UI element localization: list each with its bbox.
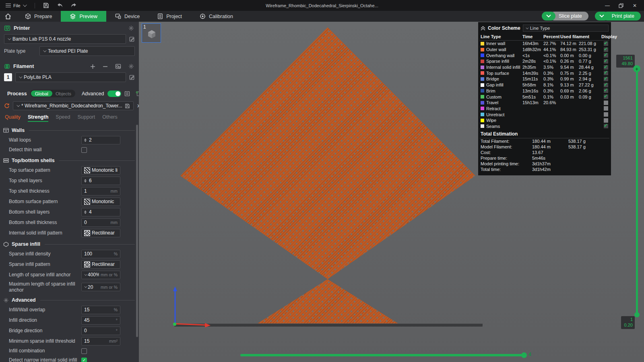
- internal-solid-infill-pattern-input[interactable]: Rectilinear: [81, 229, 120, 237]
- collapse-panel-icon[interactable]: [481, 26, 485, 31]
- reset-preset-button[interactable]: [4, 103, 10, 109]
- maximize-button[interactable]: [615, 1, 627, 10]
- tab-project[interactable]: Project: [149, 11, 191, 22]
- display-toggle-custom[interactable]: [604, 95, 608, 99]
- edit-printer-button[interactable]: [129, 36, 135, 42]
- close-button[interactable]: ✕: [629, 1, 641, 10]
- display-toggle-internal-solid-infill[interactable]: [604, 65, 608, 70]
- display-toggle-inner-wall[interactable]: [604, 41, 608, 46]
- filament-preset-select[interactable]: PolyLite PLA: [15, 72, 126, 82]
- process-scope-switch[interactable]: Global Objects: [30, 90, 75, 97]
- display-toggle-gap-infill[interactable]: [604, 83, 608, 87]
- minimize-button[interactable]: —: [601, 1, 613, 10]
- redo-button[interactable]: [69, 2, 78, 10]
- tab-preview[interactable]: Preview: [61, 11, 106, 22]
- process-tab-quality[interactable]: Quality: [5, 114, 21, 122]
- detect-thin-wall-checkbox[interactable]: [81, 147, 87, 153]
- save-project-button[interactable]: [41, 2, 51, 10]
- infill-direction-input[interactable]: 45°: [81, 316, 120, 325]
- display-toggle-travel[interactable]: [604, 101, 608, 105]
- sidebar-scrollbar[interactable]: [136, 125, 138, 337]
- layer-slider-track[interactable]: [636, 68, 638, 315]
- reset-icon: [4, 103, 10, 109]
- display-toggle-outer-wall[interactable]: [604, 47, 608, 52]
- print-plate-button[interactable]: Print plate: [603, 12, 641, 21]
- process-tab-strength[interactable]: Strength: [28, 114, 48, 122]
- color-scheme-select[interactable]: Line Type: [523, 25, 609, 32]
- section-header-walls[interactable]: Walls: [0, 124, 139, 135]
- plate-type-select[interactable]: Textured PEI Plate: [39, 46, 135, 56]
- display-toggle-bridge[interactable]: [604, 77, 608, 81]
- display-toggle-brim[interactable]: [604, 88, 608, 93]
- section-header-advanced[interactable]: Advanced: [0, 294, 139, 304]
- section-header-top-bottom-shells[interactable]: Top/bottom shells: [0, 154, 139, 165]
- filament-settings-button[interactable]: [128, 64, 134, 69]
- sparse-infill-pattern-input[interactable]: Rectilinear: [81, 260, 120, 269]
- plate-thumbnail[interactable]: 1: [142, 23, 161, 43]
- display-toggle-sparse-infill[interactable]: [604, 59, 608, 64]
- setting-row-length-of-sparse-infill-anchor: Length of sparse infill anchor400%mm or …: [0, 269, 139, 280]
- tab-calibration[interactable]: Calibration: [191, 11, 242, 22]
- move-slider-track[interactable]: [240, 354, 524, 356]
- minimum-sparse-infill-threshold-input[interactable]: 15mm²: [81, 337, 120, 346]
- slice-plate-button[interactable]: Slice plate: [550, 12, 588, 21]
- process-tab-speed[interactable]: Speed: [56, 114, 70, 122]
- spinner-arrows-icon[interactable]: [84, 210, 87, 214]
- sparse-infill-density-input[interactable]: 100%: [81, 250, 120, 258]
- printer-preset-select[interactable]: Bambu Lab P1S 0.4 nozzle: [4, 34, 126, 44]
- setting-row-infill-wall-overlap: Infill/Wall overlap15%: [0, 304, 139, 315]
- maximum-length-of-sparse-infill-anchor-input[interactable]: 20mm or %: [81, 283, 120, 291]
- display-toggle-overhang-wall[interactable]: [604, 53, 608, 58]
- display-toggle-retract[interactable]: [604, 106, 608, 111]
- display-toggle-top-surface[interactable]: [604, 71, 608, 75]
- viewport-3d[interactable]: 1 Color Scheme Line Type: [139, 22, 644, 362]
- parameter-table-button[interactable]: [124, 91, 130, 97]
- spinner-arrows-icon[interactable]: [84, 138, 87, 142]
- bottom-shell-layers-input[interactable]: 4: [81, 208, 120, 216]
- tab-prepare[interactable]: Prepare: [16, 11, 61, 22]
- display-toggle-unretract[interactable]: [604, 112, 608, 117]
- bridge-direction-input[interactable]: 0°: [81, 327, 120, 335]
- top-surface-pattern-input[interactable]: Monotonic li...: [81, 166, 120, 175]
- process-tab-others[interactable]: Others: [102, 114, 118, 122]
- flush-volumes-button[interactable]: [115, 64, 121, 69]
- slice-options-button[interactable]: [542, 12, 555, 21]
- remove-filament-button[interactable]: [103, 64, 108, 69]
- tab-device[interactable]: Device: [106, 11, 149, 22]
- print-options-button[interactable]: [595, 12, 609, 21]
- infill-wall-overlap-input[interactable]: 15%: [81, 306, 120, 314]
- infill-combination-checkbox[interactable]: [81, 348, 87, 354]
- top-shell-thickness-input[interactable]: 1mm: [81, 187, 120, 195]
- add-filament-button[interactable]: [90, 64, 95, 69]
- layer-slider-upper-handle[interactable]: +: [633, 65, 640, 72]
- top-shell-layers-input[interactable]: 6: [81, 177, 120, 185]
- edit-filament-button[interactable]: [129, 74, 135, 80]
- process-preset-select[interactable]: * Wireframe_Rhombic_Dodecahedron_Tower..…: [13, 101, 134, 110]
- file-menu-button[interactable]: File: [3, 1, 28, 10]
- pattern-swatch-icon: [84, 199, 90, 205]
- setting-value: 15: [84, 338, 107, 344]
- section-header-sparse-infill[interactable]: Sparse infill: [0, 238, 139, 249]
- bottom-surface-pattern-input[interactable]: Monotonic: [81, 197, 120, 206]
- legend-name: Internal solid infill: [486, 65, 522, 70]
- advanced-toggle[interactable]: [107, 90, 121, 97]
- process-tab-support[interactable]: Support: [77, 114, 95, 122]
- scope-global[interactable]: Global: [31, 90, 52, 97]
- filament-slot-number[interactable]: 1: [4, 73, 12, 81]
- wall-loops-input[interactable]: 2: [81, 136, 120, 144]
- scope-objects[interactable]: Objects: [52, 91, 74, 96]
- spinner-arrows-icon[interactable]: [84, 179, 87, 183]
- save-preset-icon[interactable]: [125, 103, 130, 109]
- home-button[interactable]: [0, 11, 16, 22]
- undo-button[interactable]: [55, 2, 65, 10]
- detect-narrow-internal-solid-infill-checkbox[interactable]: ✓: [81, 358, 87, 362]
- bottom-shell-thickness-input[interactable]: 0mm: [81, 218, 120, 227]
- display-toggle-wipe[interactable]: [604, 118, 608, 123]
- move-slider-handle[interactable]: [521, 352, 527, 358]
- printer-settings-button[interactable]: [128, 25, 134, 31]
- wiki-search-button[interactable]: [136, 91, 139, 97]
- length-of-sparse-infill-anchor-input[interactable]: 400%mm or %: [81, 271, 120, 279]
- display-toggle-seams[interactable]: [604, 124, 608, 128]
- setting-unit: °: [116, 328, 118, 333]
- layer-slider-lower-handle[interactable]: [634, 312, 640, 317]
